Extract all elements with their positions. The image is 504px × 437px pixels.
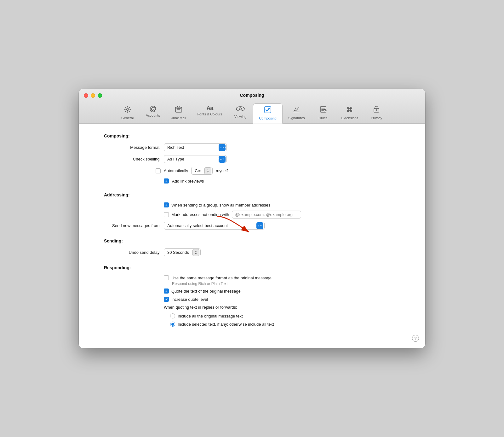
responding-section-title: Responding:: [104, 265, 400, 270]
group-addresses-label: When sending to a group, show all member…: [171, 203, 270, 207]
tab-general[interactable]: General: [115, 103, 140, 123]
fonts-label: Fonts & Colours: [197, 112, 222, 116]
group-addresses-checkbox[interactable]: [164, 202, 169, 207]
junk-mail-icon: [175, 105, 183, 115]
accounts-label: Accounts: [146, 114, 160, 117]
auto-cc-checkbox[interactable]: [156, 168, 161, 173]
tab-extensions[interactable]: Extensions: [336, 103, 364, 123]
signatures-label: Signatures: [288, 116, 305, 120]
include-all-row: Include all the original message text: [170, 313, 400, 318]
message-format-row: Message format: Rich Text Plain Text ▲ ▼: [104, 143, 400, 151]
responding-section: Responding: Use the same message format …: [104, 265, 400, 327]
toolbar: General @ Accounts Junk Mail: [84, 101, 420, 123]
tab-signatures[interactable]: Signatures: [283, 103, 311, 123]
auto-cc-myself: myself: [216, 168, 228, 173]
minimize-button[interactable]: [91, 93, 95, 98]
undo-delay-label: Undo send delay:: [104, 250, 161, 255]
window-controls: [84, 93, 102, 98]
include-selected-row: Include selected text, if any; otherwise…: [170, 322, 400, 327]
addressing-section-title: Addressing:: [104, 192, 400, 197]
privacy-icon: [372, 105, 381, 115]
message-format-select[interactable]: Rich Text Plain Text: [164, 143, 227, 151]
tab-rules[interactable]: Rules: [311, 103, 336, 123]
fonts-icon: Aa: [206, 105, 213, 111]
when-quoting-label: When quoting text in replies or forwards…: [164, 305, 237, 310]
tab-viewing[interactable]: Viewing: [228, 103, 253, 123]
tab-composing[interactable]: Composing: [253, 103, 283, 124]
include-selected-radio[interactable]: [170, 322, 175, 327]
send-from-label: Send new messages from:: [104, 223, 161, 228]
red-arrow: [208, 213, 258, 238]
viewing-icon: [236, 105, 245, 114]
when-quoting-row: When quoting text in replies or forwards…: [164, 305, 400, 310]
tab-junk-mail[interactable]: Junk Mail: [166, 103, 192, 123]
auto-cc-select-wrapper: Cc: Bcc: ▲ ▼: [191, 167, 213, 175]
rules-label: Rules: [318, 116, 327, 120]
general-label: General: [121, 116, 134, 120]
message-format-label: Message format:: [104, 145, 161, 150]
close-button[interactable]: [84, 93, 88, 98]
extensions-label: Extensions: [341, 116, 358, 120]
composing-section-title: Composing:: [104, 133, 400, 138]
quote-text-label: Quote the text of the original message: [171, 289, 241, 294]
extensions-icon: [346, 105, 354, 115]
composing-label: Composing: [259, 116, 277, 120]
svg-point-2: [236, 107, 244, 111]
check-spelling-label: Check spelling:: [104, 157, 161, 161]
sending-section: Sending: Undo send delay: Off 10 Seconds…: [104, 238, 400, 256]
svg-point-6: [324, 109, 326, 112]
same-format-checkbox[interactable]: [164, 275, 169, 280]
auto-cc-row: Automatically Cc: Bcc: ▲ ▼ myself: [104, 167, 400, 175]
help-button[interactable]: ?: [412, 335, 419, 342]
include-selected-label: Include selected text, if any; otherwise…: [178, 322, 274, 327]
preferences-content: Composing: Message format: Rich Text Pla…: [79, 124, 425, 348]
add-link-previews-label: Add link previews: [172, 179, 204, 184]
increase-quote-row: Increase quote level: [164, 297, 400, 302]
undo-delay-select[interactable]: Off 10 Seconds 20 Seconds 30 Seconds 1 M…: [164, 248, 201, 256]
tab-privacy[interactable]: Privacy: [364, 103, 389, 123]
check-spelling-wrapper: As I Type When I Click Send Never ▲ ▼: [164, 155, 227, 163]
svg-point-3: [239, 108, 242, 110]
group-addresses-row: When sending to a group, show all member…: [164, 202, 400, 207]
maximize-button[interactable]: [98, 93, 102, 98]
signatures-icon: [292, 105, 301, 115]
add-link-previews-row: Add link previews: [164, 178, 400, 184]
mail-preferences-window: Composing General @ Accounts: [79, 89, 425, 348]
composing-icon: [264, 106, 272, 115]
mark-addresses-checkbox[interactable]: [164, 212, 169, 217]
tab-accounts[interactable]: @ Accounts: [140, 103, 166, 123]
svg-point-0: [126, 108, 129, 111]
same-format-sub: Respond using Rich or Plain Text: [172, 282, 400, 286]
title-bar: Composing General @ Accounts: [79, 89, 425, 124]
message-format-wrapper: Rich Text Plain Text ▲ ▼: [164, 143, 227, 151]
accounts-icon: @: [149, 105, 156, 112]
auto-cc-label: Automatically: [164, 168, 188, 173]
quote-text-checkbox[interactable]: [164, 288, 169, 294]
check-spelling-select[interactable]: As I Type When I Click Send Never: [164, 155, 227, 163]
svg-point-8: [376, 109, 377, 110]
same-format-label: Use the same message format as the origi…: [171, 276, 272, 280]
add-link-previews-checkbox[interactable]: [164, 178, 169, 184]
include-all-label: Include all the original message text: [178, 314, 243, 318]
include-all-radio[interactable]: [170, 313, 175, 318]
tab-fonts-colours[interactable]: Aa Fonts & Colours: [192, 103, 228, 123]
window-title: Composing: [84, 93, 420, 101]
check-spelling-row: Check spelling: As I Type When I Click S…: [104, 155, 400, 163]
junk-mail-label: Junk Mail: [171, 116, 186, 120]
undo-delay-wrapper: Off 10 Seconds 20 Seconds 30 Seconds 1 M…: [164, 248, 201, 256]
viewing-label: Viewing: [234, 115, 246, 119]
undo-delay-row: Undo send delay: Off 10 Seconds 20 Secon…: [104, 248, 400, 256]
auto-cc-select[interactable]: Cc: Bcc:: [191, 167, 213, 175]
general-icon: [123, 105, 132, 115]
privacy-label: Privacy: [371, 116, 382, 120]
mark-addresses-row: Mark addresses not ending with: [164, 211, 400, 218]
quote-text-row: Quote the text of the original message: [164, 288, 400, 294]
sending-section-title: Sending:: [104, 238, 400, 243]
composing-section: Composing: Message format: Rich Text Pla…: [104, 133, 400, 184]
increase-quote-label: Increase quote level: [171, 297, 208, 302]
rules-icon: [319, 105, 327, 115]
same-format-row: Use the same message format as the origi…: [164, 275, 400, 280]
increase-quote-checkbox[interactable]: [164, 297, 169, 302]
